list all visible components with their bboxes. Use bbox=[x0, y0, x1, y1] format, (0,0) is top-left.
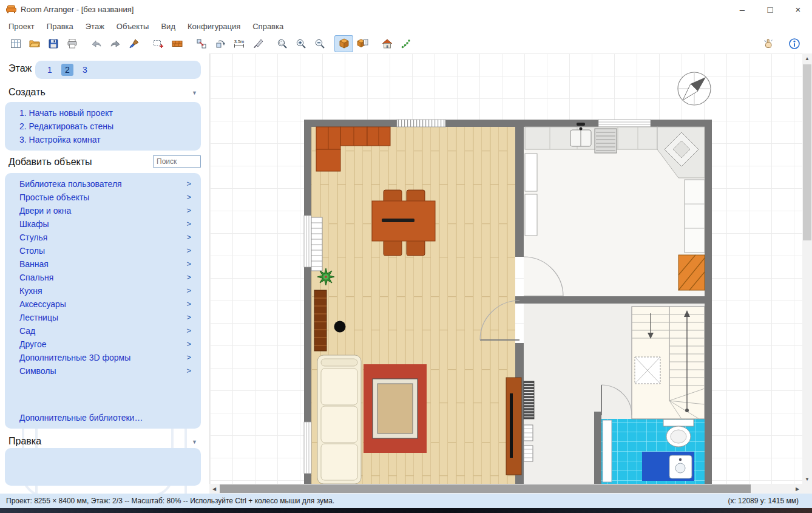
pan-hand-button[interactable] bbox=[759, 35, 777, 52]
copy-3d-view-button[interactable] bbox=[353, 35, 372, 52]
search-input[interactable] bbox=[153, 155, 201, 168]
save-button[interactable] bbox=[44, 35, 63, 52]
category-label: Стулья bbox=[19, 231, 47, 244]
chevron-right-icon: > bbox=[186, 311, 191, 324]
shelf-ladder[interactable] bbox=[311, 217, 322, 271]
category-chairs[interactable]: Стулья> bbox=[5, 231, 201, 244]
menu-floor[interactable]: Этаж bbox=[86, 22, 104, 31]
scroll-right-icon[interactable]: ▶ bbox=[793, 484, 802, 494]
menu-configuration[interactable]: Конфигурация bbox=[188, 22, 240, 31]
bookshelf[interactable] bbox=[314, 290, 326, 351]
open-project-button[interactable] bbox=[25, 35, 44, 52]
save-icon bbox=[47, 38, 59, 50]
floor-tab-3[interactable]: 3 bbox=[79, 64, 91, 76]
category-label: Простые объекты bbox=[19, 191, 89, 204]
floor-plan[interactable] bbox=[210, 53, 803, 484]
category-label: Двери и окна bbox=[19, 204, 71, 217]
fireplace-rug[interactable] bbox=[364, 364, 427, 453]
category-stairs[interactable]: Лестницы> bbox=[5, 311, 201, 324]
vertical-scrollbar[interactable]: ▲ ▼ bbox=[802, 53, 812, 484]
kitchen-counter[interactable] bbox=[525, 123, 657, 149]
stairs[interactable] bbox=[632, 307, 705, 419]
category-label: Спальня bbox=[19, 271, 53, 284]
category-doors-windows[interactable]: Двери и окна> bbox=[5, 204, 201, 217]
category-symbols[interactable]: Символы> bbox=[5, 364, 201, 378]
brick-wall-icon bbox=[171, 38, 183, 50]
category-tables[interactable]: Столы> bbox=[5, 244, 201, 257]
copy-3d-view-icon bbox=[357, 38, 369, 50]
create-panel: 1. Начать новый проект 2. Редактировать … bbox=[5, 102, 201, 151]
collapse-create-icon[interactable]: ▼ bbox=[192, 90, 197, 96]
stool[interactable] bbox=[334, 321, 346, 333]
measure-button[interactable]: 3.5m bbox=[229, 35, 248, 52]
plan-canvas[interactable] bbox=[209, 53, 802, 484]
view-3d-button[interactable] bbox=[334, 35, 353, 52]
walkthrough-button[interactable] bbox=[396, 35, 415, 52]
move-object-icon bbox=[195, 38, 208, 50]
zoom-region-button[interactable] bbox=[272, 35, 291, 52]
floor-tab-1[interactable]: 1 bbox=[44, 64, 56, 76]
print-button[interactable] bbox=[63, 35, 81, 52]
sofa[interactable] bbox=[317, 355, 361, 484]
vertical-scroll-thumb[interactable] bbox=[803, 64, 811, 240]
horizontal-scrollbar[interactable]: ◀ ▶ bbox=[209, 484, 802, 494]
create-section-title: Создать bbox=[8, 87, 46, 98]
rotate-object-button[interactable] bbox=[211, 35, 229, 52]
scroll-left-icon[interactable]: ◀ bbox=[209, 484, 219, 494]
menu-view[interactable]: Вид bbox=[161, 22, 175, 31]
paint-button[interactable] bbox=[124, 35, 143, 52]
edit-panel bbox=[5, 448, 201, 486]
house-3d-button[interactable] bbox=[377, 35, 396, 52]
category-label: Ванная bbox=[19, 257, 49, 271]
menu-edit[interactable]: Правка bbox=[47, 22, 73, 31]
category-label: Лестницы bbox=[19, 311, 58, 324]
bathroom-shower-panel[interactable] bbox=[603, 420, 612, 482]
category-kitchen[interactable]: Кухня> bbox=[5, 284, 201, 297]
draw-line-button[interactable] bbox=[248, 35, 267, 52]
plant[interactable] bbox=[317, 268, 334, 285]
category-garden[interactable]: Сад> bbox=[5, 324, 201, 338]
create-step-edit-walls[interactable]: 2. Редактировать стены bbox=[5, 120, 201, 133]
chevron-right-icon: > bbox=[186, 324, 191, 338]
undo-button[interactable] bbox=[87, 35, 106, 52]
create-step-new-project[interactable]: 1. Начать новый проект bbox=[5, 106, 201, 120]
menu-project[interactable]: Проект bbox=[8, 22, 35, 31]
draw-walls-button[interactable] bbox=[167, 35, 186, 52]
category-extra-3d-shapes[interactable]: Дополнительные 3D формы> bbox=[5, 351, 201, 364]
select-region-button[interactable] bbox=[149, 35, 167, 52]
scroll-down-icon[interactable]: ▼ bbox=[802, 474, 812, 484]
floor-tab-2[interactable]: 2 bbox=[61, 64, 73, 76]
category-simple-objects[interactable]: Простые объекты> bbox=[5, 191, 201, 204]
category-bedroom[interactable]: Спальня> bbox=[5, 271, 201, 284]
horizontal-scroll-thumb[interactable] bbox=[220, 484, 751, 493]
info-button[interactable] bbox=[785, 35, 804, 52]
zoom-in-button[interactable] bbox=[291, 35, 310, 52]
close-button[interactable]: × bbox=[784, 0, 812, 18]
category-label: Библиотека пользователя bbox=[19, 177, 122, 191]
category-bathroom[interactable]: Ванная> bbox=[5, 257, 201, 271]
menu-help[interactable]: Справка bbox=[252, 22, 283, 31]
zoom-out-button[interactable] bbox=[310, 35, 329, 52]
category-accessories[interactable]: Аксессуары> bbox=[5, 297, 201, 311]
paint-brush-icon bbox=[128, 38, 140, 50]
statusbar: Проект: 8255 × 8400 мм, Этаж: 2/3 -- Мас… bbox=[0, 494, 812, 508]
scroll-up-icon[interactable]: ▲ bbox=[802, 53, 812, 63]
select-region-icon bbox=[152, 38, 164, 50]
create-step-room-setup[interactable]: 3. Настройка комнат bbox=[5, 133, 201, 146]
bathroom-sink[interactable] bbox=[669, 455, 692, 478]
maximize-button[interactable]: □ bbox=[756, 0, 784, 18]
kitchen-wardrobe[interactable] bbox=[678, 255, 705, 290]
redo-button[interactable] bbox=[106, 35, 124, 52]
collapse-edit-icon[interactable]: ▼ bbox=[192, 439, 197, 445]
category-user-library[interactable]: Библиотека пользователя> bbox=[5, 177, 201, 191]
kitchen-stove[interactable] bbox=[595, 129, 617, 153]
more-libraries-link[interactable]: Дополнительные библиотеки… bbox=[19, 413, 143, 423]
category-cabinets[interactable]: Шкафы> bbox=[5, 217, 201, 231]
category-other[interactable]: Другое> bbox=[5, 338, 201, 351]
status-text: Проект: 8255 × 8400 мм, Этаж: 2/3 -- Мас… bbox=[6, 497, 334, 505]
menu-objects[interactable]: Объекты bbox=[117, 22, 149, 31]
tv-cabinet[interactable] bbox=[506, 378, 521, 475]
move-object-button[interactable] bbox=[192, 35, 211, 52]
new-document-button[interactable] bbox=[6, 35, 25, 52]
minimize-button[interactable]: – bbox=[728, 0, 756, 18]
